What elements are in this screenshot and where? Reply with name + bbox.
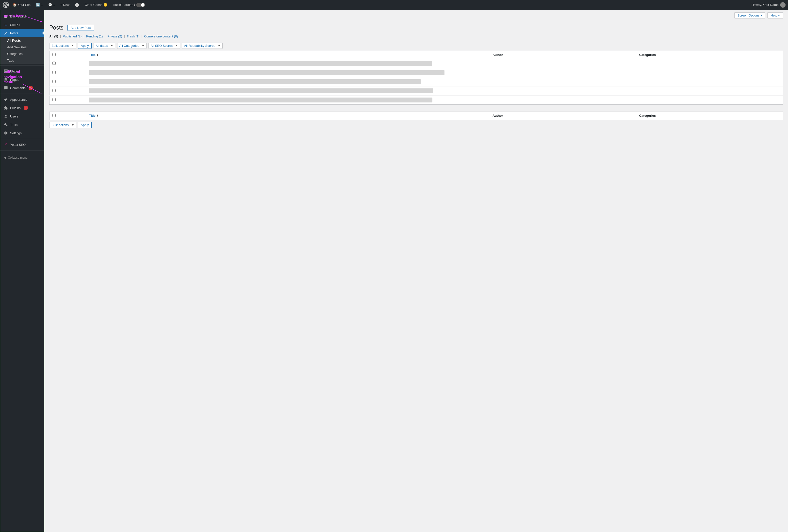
all-categories-select[interactable]: All Categories [117,43,146,49]
media-label: Media [10,70,19,73]
comments-count: 1 [53,3,55,7]
table-header-title: Title ⬆ [86,51,489,59]
table-header-checkbox-col [50,51,86,59]
collapse-label: Collapse menu [8,156,27,159]
avatar[interactable] [780,2,786,8]
submenu-categories[interactable]: Categories [0,51,44,57]
separator-1 [0,65,44,65]
wp-logo[interactable]: W [2,1,9,8]
row-categories-cell [636,95,783,104]
row-title-cell [86,86,489,95]
comments-link[interactable]: 💬 1 [46,0,57,10]
sidebar-item-dashboard[interactable]: Dashboard [0,12,44,20]
filter-all[interactable]: All (5) [49,35,58,38]
all-dates-select[interactable]: All dates [94,43,115,49]
row-checkbox-2[interactable] [53,71,56,74]
row-checkbox-1[interactable] [53,62,56,65]
skeleton-title-3 [89,79,420,84]
help-button[interactable]: Help ▾ [767,12,783,18]
all-readability-select[interactable]: All Readability Scores [182,43,223,49]
content-area: Screen Options ▾ Help ▾ Posts Add New Po… [44,10,788,532]
apply-button-top[interactable]: Apply [78,43,92,49]
sidebar-item-posts[interactable]: Posts [0,29,44,37]
row-author-cell [490,77,636,86]
row-author-cell [490,86,636,95]
sidebar: Dashboard G Site Kit Posts All Posts [0,10,44,532]
screen-options-label: Screen Options [737,14,760,17]
sidebar-item-appearance[interactable]: Appearance [0,95,44,104]
row-checkbox-cell [50,68,86,77]
plugin-icon-area: ✦ [776,0,788,1]
plugins-label: Plugins [10,106,21,110]
row-checkbox-cell [50,86,86,95]
comments-icon: 💬 [48,3,52,7]
sidebar-item-users[interactable]: Users [0,112,44,120]
apply-button-bottom[interactable]: Apply [78,122,92,128]
yoast-icon-bar[interactable] [73,0,81,10]
help-chevron: ▾ [778,14,780,17]
screen-options-button[interactable]: Screen Options ▾ [734,12,766,18]
main-layout: Dashboard G Site Kit Posts All Posts [0,10,788,532]
tools-icon [4,122,8,127]
filter-private[interactable]: Private (2) [107,35,122,38]
sidebar-item-tools[interactable]: Tools [0,120,44,129]
submenu-tags[interactable]: Tags [0,57,44,64]
hackguardian-toggle[interactable] [136,3,145,7]
footer-title-sort[interactable]: Title ⬆ [89,114,486,117]
admin-bar-left: W 🏠 Your Site 🔄 1 💬 1 + New Clear Cache … [2,0,752,10]
bulk-actions-select-top[interactable]: Bulk actions [49,43,76,49]
sidebar-item-settings[interactable]: Settings [0,129,44,137]
sidebar-item-plugins[interactable]: Plugins 1 [0,104,44,112]
new-content-link[interactable]: + New [58,0,72,10]
sidebar-arrow [42,31,44,35]
all-seo-scores-select[interactable]: All SEO Scores [149,43,180,49]
table-header-author: Author [490,51,636,59]
svg-rect-8 [4,17,6,18]
filter-links: All (5) | Published (2) | Pending (1) | … [44,34,788,41]
admin-bar-right: Howdy, Your Name [752,2,786,8]
settings-icon [4,131,8,135]
row-checkbox-3[interactable] [53,80,56,83]
collapse-menu-item[interactable]: ◀ Collapse menu [0,154,44,161]
add-new-post-button[interactable]: Add New Post [67,25,94,31]
title-sort-link[interactable]: Title ⬆ [89,53,486,57]
skeleton-title-4 [89,88,433,93]
updates-link[interactable]: 🔄 1 [34,0,44,10]
filter-pending[interactable]: Pending (1) [86,35,103,38]
dashboard-icon [4,14,8,18]
sidebar-item-site-kit[interactable]: G Site Kit [0,20,44,29]
bulk-actions-select-bottom[interactable]: Bulk actions [49,122,76,128]
row-title-cell [86,77,489,86]
table-row [50,68,783,77]
sidebar-item-comments[interactable]: Comments 1 [0,84,44,92]
users-label: Users [10,115,18,118]
sidebar-item-yoast[interactable]: Y Yoast SEO [0,140,44,149]
posts-table: Title ⬆ Author Categories [49,51,783,105]
footer-select-all-checkbox[interactable] [53,114,56,117]
row-categories-cell [636,68,783,77]
new-content-label: + New [60,3,70,7]
filter-published[interactable]: Published (2) [63,35,82,38]
clear-cache-button[interactable]: Clear Cache 🟡 [83,0,109,10]
row-checkbox-5[interactable] [53,98,56,101]
filter-cornerstone[interactable]: Cornerstone content (0) [144,35,178,38]
media-icon [4,69,8,73]
clear-cache-label: Clear Cache [85,3,102,7]
table-row [50,77,783,86]
sidebar-item-pages[interactable]: Pages [0,75,44,84]
submenu-all-posts[interactable]: All Posts [0,37,44,44]
pages-icon [4,77,8,82]
filter-trash[interactable]: Trash (1) [126,35,139,38]
site-link[interactable]: 🏠 Your Site [11,0,33,10]
posts-icon [4,31,8,35]
sidebar-item-media[interactable]: Media [0,67,44,75]
admin-bar: Admin bar W 🏠 Your Site 🔄 1 💬 1 + New Cl… [0,0,788,10]
posts-label: Posts [10,31,18,35]
comments-badge: 1 [28,86,33,90]
page-header: Posts Add New Post [44,21,788,34]
row-checkbox-4[interactable] [53,89,56,92]
hackguardian-item[interactable]: HackGuardian ℹ [111,0,147,10]
submenu-add-new-post[interactable]: Add New Post [0,44,44,51]
tags-label: Tags [7,59,14,62]
select-all-checkbox[interactable] [53,53,56,56]
